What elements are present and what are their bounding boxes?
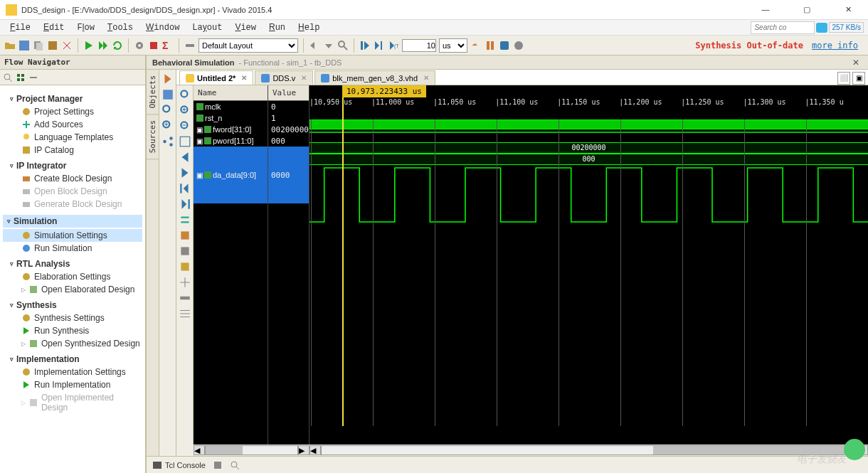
tcl-console-tab[interactable]: Tcl Console [152, 460, 206, 470]
minimize-button[interactable]: — [751, 5, 780, 14]
close-tab-icon[interactable]: ✕ [423, 74, 429, 82]
save-icon[interactable] [162, 88, 174, 100]
scroll-left-button[interactable]: ◀ [194, 445, 205, 455]
close-panel-button[interactable]: ✕ [850, 58, 862, 68]
item-open-synthesized-design[interactable]: ▷Open Synthesized Design [3, 337, 142, 350]
relaunch-icon[interactable] [499, 40, 510, 51]
settings-icon[interactable] [28, 73, 38, 83]
tab-untitled2[interactable]: Untitled 2*✕ [179, 70, 253, 85]
scroll-right-button[interactable]: ▶ [857, 445, 868, 455]
tcl-icon-2[interactable] [213, 460, 223, 470]
item-open-block-design[interactable]: Open Block Design [3, 185, 142, 198]
menu-tools[interactable]: Tools [102, 21, 139, 34]
run-all-icon[interactable] [97, 40, 109, 51]
tool-e-icon[interactable] [179, 292, 191, 303]
cat-project-manager[interactable]: ▿Project Manager [10, 94, 142, 104]
tool-c-icon[interactable] [179, 260, 191, 272]
menu-help[interactable]: Help [292, 21, 325, 34]
prev-icon[interactable] [179, 151, 191, 162]
tcl-icon-3[interactable] [230, 460, 240, 470]
float-icon[interactable]: ▣ [852, 72, 865, 85]
item-simulation-settings[interactable]: Simulation Settings [3, 229, 142, 242]
cat-synthesis[interactable]: ▿Synthesis [10, 300, 142, 310]
layout-select[interactable]: Default Layout [199, 38, 298, 53]
menu-layout[interactable]: Layout [186, 21, 228, 34]
item-run-implementation[interactable]: Run Implementation [3, 378, 142, 391]
item-add-sources[interactable]: Add Sources [3, 118, 142, 131]
signal-dadata[interactable]: ▣da_data[9:0] [194, 147, 268, 203]
refresh-icon[interactable] [112, 40, 123, 51]
item-open-implemented-design[interactable]: ▷Open Implemented Design [3, 391, 142, 414]
zoomfit-icon[interactable] [179, 88, 191, 100]
pause-icon[interactable] [485, 40, 496, 51]
time-input[interactable] [402, 39, 436, 52]
signal-pword[interactable]: ▣pword[11:0] [194, 135, 268, 147]
signal-fword[interactable]: ▣fword[31:0] [194, 124, 268, 135]
open-icon[interactable] [4, 40, 16, 51]
close-tab-icon[interactable]: ✕ [241, 74, 247, 82]
undo-icon[interactable] [309, 40, 320, 51]
down-icon[interactable] [323, 40, 334, 51]
waveform-canvas[interactable]: 10,973.223433 us |10,950 us|11,000 us|11… [309, 85, 868, 445]
sum-icon[interactable]: Σ [162, 40, 174, 51]
last-icon[interactable] [179, 198, 191, 209]
item-language-templates[interactable]: Language Templates [3, 131, 142, 144]
tab-blkmem[interactable]: blk_mem_gen_v8_3.vhd✕ [314, 70, 435, 85]
item-generate-block-design[interactable]: Generate Block Design [3, 198, 142, 211]
menu-view[interactable]: View [229, 21, 262, 34]
item-project-settings[interactable]: Project Settings [3, 105, 142, 118]
time-unit-select[interactable]: us [439, 38, 467, 53]
close-button[interactable]: ✕ [834, 5, 862, 14]
cursor-line[interactable] [342, 85, 344, 426]
swap-icon[interactable] [179, 213, 191, 225]
wave-scroll-track[interactable] [321, 445, 857, 455]
paste-icon[interactable] [47, 40, 58, 51]
step-over-icon[interactable] [470, 40, 482, 51]
arrow-right-icon[interactable] [162, 73, 174, 84]
save-icon[interactable] [18, 40, 30, 51]
menu-edit[interactable]: Edit [38, 21, 70, 34]
step-icon[interactable]: (T) [388, 40, 399, 51]
item-implementation-settings[interactable]: Implementation Settings [3, 366, 142, 378]
close-tab-icon[interactable]: ✕ [301, 74, 307, 82]
signal-rstn[interactable]: rst_n [194, 112, 268, 124]
zoomarea-icon[interactable] [179, 135, 191, 147]
tab-objects[interactable]: Objects [147, 70, 159, 115]
more-info-link[interactable]: more info [812, 41, 858, 51]
copy-icon[interactable] [33, 40, 44, 51]
tab-dds-v[interactable]: DDS.v✕ [255, 70, 313, 85]
stop-icon[interactable] [148, 40, 159, 51]
cat-implementation[interactable]: ▿Implementation [10, 354, 142, 364]
restart-icon[interactable] [359, 40, 371, 51]
tool-b-icon[interactable] [179, 245, 191, 256]
zoomin-icon[interactable] [179, 104, 191, 115]
expand-icon[interactable] [16, 73, 26, 83]
item-open-elaborated-design[interactable]: ▷Open Elaborated Design [3, 283, 142, 296]
maximize-icon[interactable]: ⬜ [837, 72, 850, 85]
zoom-in-icon[interactable] [162, 119, 174, 131]
scroll-left-button[interactable]: ◀ [309, 445, 321, 455]
item-run-simulation[interactable]: Run Simulation [3, 242, 142, 255]
menu-run[interactable]: Run [263, 21, 291, 34]
item-synthesis-settings[interactable]: Synthesis Settings [3, 312, 142, 324]
search-input[interactable] [751, 21, 815, 34]
scroll-right-button[interactable]: ▶ [298, 445, 309, 455]
share-icon[interactable] [162, 135, 174, 147]
tool2-icon[interactable] [513, 40, 524, 51]
item-create-block-design[interactable]: Create Block Design [3, 172, 142, 185]
signal-mclk[interactable]: mclk [194, 101, 268, 112]
first-icon[interactable] [179, 182, 191, 193]
search2-icon[interactable] [337, 40, 349, 51]
item-run-synthesis[interactable]: Run Synthesis [3, 324, 142, 337]
menu-flow[interactable]: Flow [72, 21, 100, 34]
scroll-track[interactable] [205, 445, 298, 455]
run-for-icon[interactable] [374, 40, 385, 51]
item-ip-catalog[interactable]: IP Catalog [3, 144, 142, 156]
tool-d-icon[interactable] [179, 276, 191, 287]
collapse-icon[interactable] [3, 73, 13, 83]
cat-rtl-analysis[interactable]: ▿RTL Analysis [10, 259, 142, 269]
tool-a-icon[interactable] [179, 229, 191, 240]
cat-ip-integrator[interactable]: ▿IP Integrator [10, 161, 142, 171]
item-elaboration-settings[interactable]: Elaboration Settings [3, 270, 142, 283]
menu-file[interactable]: File [4, 21, 36, 34]
